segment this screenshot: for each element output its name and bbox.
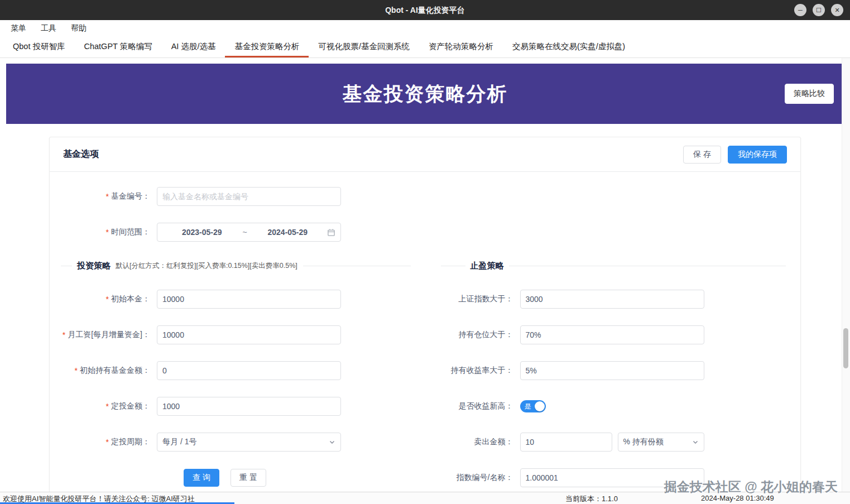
monthly-salary-label: * 月工资[每月增量资金]：: [50, 330, 157, 340]
toggle-state-label: 是: [525, 402, 531, 411]
initial-capital-input[interactable]: [157, 290, 341, 309]
toggle-knob: [535, 401, 545, 411]
chevron-down-icon: [692, 439, 699, 445]
query-button[interactable]: 查 询: [184, 469, 219, 487]
initial-fund-row: * 初始持有基金金额：: [50, 353, 425, 388]
sell-amount-input[interactable]: [520, 433, 612, 452]
monthly-salary-input[interactable]: [157, 325, 341, 344]
new-high-label: 是否收益新高：: [425, 401, 520, 411]
fixed-amount-label: * 定投金额：: [50, 401, 157, 411]
window-controls: ─ ☐ ✕: [794, 0, 843, 20]
invest-strategy-title: 投资策略: [77, 261, 111, 271]
index-code-label: 指数编号/名称：: [425, 473, 520, 483]
fund-options-card: 基金选项 保 存 我的保存项 * 基金编号： * 时间范围：: [49, 137, 801, 501]
fixed-cycle-label: * 定投周期：: [50, 437, 157, 447]
monthly-salary-row: * 月工资[每月增量资金]：: [50, 317, 425, 353]
menu-menu[interactable]: 菜单: [3, 20, 33, 37]
initial-fund-label: * 初始持有基金金额：: [50, 366, 157, 376]
date-separator: ~: [241, 228, 248, 237]
maximize-button[interactable]: ☐: [813, 4, 825, 16]
invest-strategy-divider: 投资策略 默认[分红方式：红利复投][买入费率:0.15%][卖出费率0.5%]: [50, 250, 425, 281]
fixed-cycle-select[interactable]: 每月 / 1号: [157, 433, 341, 452]
form-columns: 投资策略 默认[分红方式：红利复投][买入费率:0.15%][卖出费率0.5%]…: [50, 250, 800, 496]
reset-button[interactable]: 重 置: [230, 469, 266, 487]
stop-profit-divider: 止盈策略: [425, 250, 801, 281]
tab-backtest-system[interactable]: 可视化股票/基金回测系统: [309, 37, 419, 57]
card-header-buttons: 保 存 我的保存项: [683, 146, 787, 164]
tab-asset-rotation[interactable]: 资产轮动策略分析: [419, 37, 503, 57]
my-saves-button[interactable]: 我的保存项: [728, 146, 787, 164]
card-header: 基金选项 保 存 我的保存项: [50, 137, 800, 172]
menu-tools[interactable]: 工具: [33, 20, 64, 37]
maximize-icon: ☐: [816, 7, 822, 13]
action-buttons-row: 查 询 重 置: [50, 460, 425, 496]
position-gt-label: 持有仓位大于：: [425, 330, 520, 340]
sell-amount-label: 卖出金额：: [425, 437, 520, 447]
invest-strategy-column: 投资策略 默认[分红方式：红利复投][买入费率:0.15%][卖出费率0.5%]…: [50, 250, 425, 496]
close-button[interactable]: ✕: [831, 4, 843, 16]
menu-bar: 菜单 工具 帮助: [0, 20, 850, 37]
date-range-row: * 时间范围： 2023-05-29 ~ 2024-05-29: [50, 214, 800, 250]
invest-strategy-note: 默认[分红方式：红利复投][买入费率:0.15%][卖出费率0.5%]: [116, 261, 297, 271]
end-date: 2024-05-29: [248, 228, 327, 237]
chevron-down-icon: [329, 439, 335, 445]
fixed-amount-row: * 定投金额：: [50, 388, 425, 424]
position-gt-row: 持有仓位大于：: [425, 317, 801, 353]
minimize-icon: ─: [798, 7, 803, 13]
page-title: 基金投资策略分析: [6, 64, 844, 124]
new-high-row: 是否收益新高： 是: [425, 388, 801, 424]
date-range-label: * 时间范围：: [50, 227, 157, 237]
fixed-cycle-row: * 定投周期： 每月 / 1号: [50, 424, 425, 460]
fund-code-input[interactable]: [157, 187, 341, 206]
tab-bar: Qbot 投研智库 ChatGPT 策略编写 AI 选股/选基 基金投资策略分析…: [0, 37, 850, 58]
minimize-button[interactable]: ─: [794, 4, 806, 16]
title-bar: Qbot - AI量化投资平台 ─ ☐ ✕: [0, 0, 850, 20]
initial-capital-label: * 初始本金：: [50, 294, 157, 304]
start-date: 2023-05-29: [162, 228, 241, 237]
fund-code-row: * 基金编号：: [50, 179, 800, 214]
sell-unit-select[interactable]: % 持有份额: [618, 433, 704, 452]
app-window: Qbot - AI量化投资平台 ─ ☐ ✕ 菜单 工具 帮助 Qbot 投研智库…: [0, 0, 850, 504]
date-range-picker[interactable]: 2023-05-29 ~ 2024-05-29: [157, 223, 341, 242]
required-asterisk: *: [106, 228, 109, 237]
tab-fund-strategy-analysis[interactable]: 基金投资策略分析: [225, 37, 309, 57]
new-high-toggle[interactable]: 是: [520, 400, 546, 412]
scrollbar-track: [842, 58, 850, 492]
required-asterisk: *: [106, 192, 109, 201]
scrollbar-thumb[interactable]: [843, 328, 848, 368]
tab-ai-stock-pick[interactable]: AI 选股/选基: [162, 37, 225, 57]
tab-chatgpt-strategy[interactable]: ChatGPT 策略编写: [74, 37, 161, 57]
fund-code-label: * 基金编号：: [50, 191, 157, 201]
status-version: 当前版本：1.1.0: [565, 494, 618, 504]
index-gt-input[interactable]: [520, 290, 704, 309]
tab-online-trading[interactable]: 交易策略在线交易(实盘/虚拟盘): [503, 37, 635, 57]
position-gt-input[interactable]: [520, 325, 704, 344]
initial-capital-row: * 初始本金：: [50, 281, 425, 317]
page-banner: 基金投资策略分析 策略比较: [6, 64, 844, 124]
save-button[interactable]: 保 存: [683, 146, 721, 164]
index-gt-row: 上证指数大于：: [425, 281, 801, 317]
card-title: 基金选项: [63, 148, 99, 160]
tab-qbot-library[interactable]: Qbot 投研智库: [3, 37, 74, 57]
initial-fund-input[interactable]: [157, 361, 341, 380]
menu-help[interactable]: 帮助: [64, 20, 94, 37]
fixed-amount-input[interactable]: [157, 397, 341, 416]
index-gt-label: 上证指数大于：: [425, 294, 520, 304]
strategy-compare-button[interactable]: 策略比较: [785, 84, 834, 104]
calendar-icon: [327, 228, 335, 237]
close-icon: ✕: [834, 7, 839, 13]
fund-form: * 基金编号： * 时间范围： 2023-05-29 ~ 2024-05-29: [50, 172, 800, 500]
stop-profit-column: 止盈策略 上证指数大于： 持有仓位大于： 持有收益率大于：: [425, 250, 801, 496]
watermark: 掘金技术社区 @ 花小姐的春天: [664, 478, 838, 496]
window-title: Qbot - AI量化投资平台: [0, 0, 850, 20]
stop-profit-title: 止盈策略: [470, 261, 504, 271]
profit-gt-row: 持有收益率大于：: [425, 353, 801, 388]
profit-gt-label: 持有收益率大于：: [425, 366, 520, 376]
profit-gt-input[interactable]: [520, 361, 704, 380]
sell-amount-row: 卖出金额： % 持有份额: [425, 424, 801, 460]
